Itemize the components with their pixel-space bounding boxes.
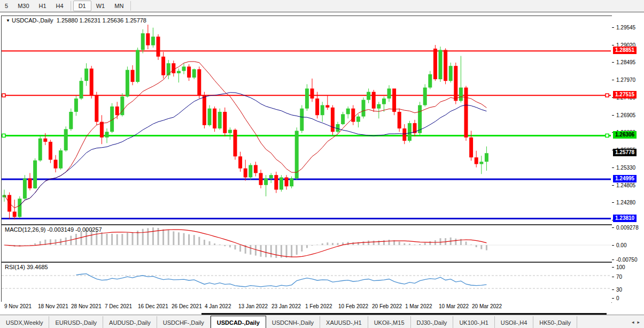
macd-signal-value: -0.000257 — [75, 226, 102, 233]
ohlc-low: 1.25636 — [102, 17, 123, 24]
line-handle[interactable] — [2, 134, 5, 137]
ohlc-high: 1.26231 — [80, 17, 101, 24]
axis-tick — [612, 62, 614, 63]
price-tick-label: 1.27970 — [616, 77, 635, 83]
ma-slow-line — [20, 93, 487, 205]
tab-usdcad[interactable]: USDCAD-,Daily — [211, 316, 266, 328]
price-tick-label: 1.29545 — [616, 25, 635, 30]
tab-audusd[interactable]: AUDUSD-,Daily — [103, 316, 157, 328]
rsi-chart-canvas[interactable] — [2, 263, 611, 301]
tab-dj30[interactable]: DJ30-,Daily — [411, 316, 454, 328]
axis-tick — [612, 185, 614, 186]
macd-panel[interactable]: MACD(12,26,9) -0.003149 -0.000257 — [1, 225, 612, 262]
toolbar-separator — [71, 1, 71, 11]
axis-tick — [612, 267, 614, 268]
price-tick-label: 1.25330 — [616, 165, 635, 171]
date-axis: 9 Nov 202118 Nov 202128 Nov 20217 Dec 20… — [1, 302, 611, 312]
axis-tick — [612, 298, 614, 299]
axis-tick — [612, 260, 614, 260]
line-handle[interactable] — [606, 134, 609, 137]
date-tick-label: 13 Jan 2022 — [238, 303, 268, 309]
macd-tick-label: 0.009278 — [616, 225, 639, 231]
symbol-period-label: USDCAD-,Daily — [12, 17, 53, 24]
price-badge: 1.24995 — [613, 175, 637, 182]
tab-usoil[interactable]: USOil-,H4 — [495, 316, 534, 328]
axis-tick — [612, 289, 614, 290]
rsi-value: 39.4685 — [27, 264, 48, 270]
timeframe-button-mn[interactable]: MN — [110, 0, 128, 12]
date-tick-label: 1 Feb 2022 — [305, 303, 332, 309]
axis-tick — [612, 245, 614, 246]
price-badge: 1.23810 — [613, 215, 637, 222]
main-price-panel[interactable]: ▼ USDCAD-,Daily 1.25880 1.26231 1.25636 … — [1, 16, 612, 225]
timeframe-toolbar: 5M30H1H4D1W1MN — [0, 0, 644, 12]
tab-usdchf[interactable]: USDCHF-,Daily — [157, 316, 211, 328]
rsi-tick-label: 70 — [616, 274, 622, 280]
price-tick-label: 1.28495 — [616, 59, 635, 65]
axis-tick — [612, 202, 614, 203]
ma-fast-line — [4, 62, 486, 208]
axis-tick — [612, 167, 614, 168]
rsi-panel[interactable]: RSI(14) 39.4685 — [1, 262, 612, 303]
timeframe-button-h1[interactable]: H1 — [34, 0, 51, 12]
date-tick-label: 9 Nov 2021 — [4, 303, 32, 309]
symbol-tab-bar: USDX,WeeklyEURUSD-,DailyAUDUSD-,DailyUSD… — [0, 315, 644, 328]
date-tick-label: 28 Nov 2021 — [71, 303, 102, 309]
axis-tick — [612, 277, 614, 277]
date-tick-label: 16 Dec 2021 — [138, 303, 168, 309]
price-tick-label: 1.24280 — [616, 200, 635, 205]
tab-hk50[interactable]: HK50-,Daily — [533, 316, 577, 328]
tab-eurusd[interactable]: EURUSD-,Daily — [49, 316, 103, 328]
timeframe-button-h4[interactable]: H4 — [51, 0, 68, 12]
tab-xauusd[interactable]: XAUUSD-,H1 — [320, 316, 368, 328]
chart-dropdown-icon[interactable]: ▼ — [6, 18, 10, 23]
macd-tick-label: 0.00 — [616, 242, 626, 248]
rsi-tick-label: 100 — [616, 264, 625, 270]
timeframe-button-d1[interactable]: D1 — [73, 1, 91, 11]
price-tick-label: 1.26905 — [616, 112, 635, 118]
date-tick-label: 10 Feb 2022 — [338, 303, 368, 309]
price-badge: 1.28851 — [613, 47, 637, 54]
price-badge: 1.27515 — [613, 91, 637, 98]
chart-window: ▼ USDCAD-,Daily 1.25880 1.26231 1.25636 … — [0, 12, 644, 315]
price-badge: 1.26306 — [613, 131, 637, 139]
toolbar-separator — [130, 1, 131, 11]
macd-tick-label: -0.00750 — [616, 257, 637, 263]
axis-tick — [612, 115, 614, 116]
date-tick-label: 7 Dec 2021 — [105, 303, 132, 309]
price-axis[interactable]: 1.295451.290201.284951.279701.274301.269… — [612, 12, 644, 315]
price-tick-label: 1.24805 — [616, 182, 635, 188]
timeframe-button-5[interactable]: 5 — [0, 0, 13, 12]
tab-usdcnh[interactable]: USDCNH-,Daily — [266, 316, 320, 328]
macd-main-value: -0.003149 — [47, 226, 74, 233]
line-handle[interactable] — [606, 94, 609, 97]
macd-label: MACD(12,26,9) -0.003149 -0.000257 — [5, 226, 102, 233]
axis-tick — [612, 45, 614, 45]
date-tick-label: 23 Jan 2022 — [271, 303, 301, 309]
axis-tick — [612, 227, 614, 228]
timeframe-button-m30[interactable]: M30 — [13, 0, 34, 12]
date-tick-label: 10 Mar 2022 — [439, 303, 469, 309]
date-tick-label: 1 Mar 2022 — [405, 303, 432, 309]
ohlc-open: 1.25880 — [57, 17, 78, 24]
ohlc-close: 1.25778 — [125, 17, 146, 24]
tab-scroll-left-icon[interactable]: ◂ — [630, 319, 636, 325]
tab-usdx[interactable]: USDX,Weekly — [0, 316, 49, 328]
candlestick-chart-canvas[interactable] — [2, 16, 611, 223]
rsi-tick-label: 0 — [616, 295, 619, 301]
date-tick-label: 20 Mar 2022 — [472, 303, 502, 309]
price-badge: 1.25778 — [613, 149, 637, 156]
timeframe-button-w1[interactable]: W1 — [91, 0, 110, 12]
rsi-label: RSI(14) 39.4685 — [5, 264, 48, 270]
date-tick-label: 26 Dec 2021 — [172, 303, 202, 309]
axis-tick — [612, 27, 614, 28]
tab-uk100[interactable]: UK100-,H1 — [453, 316, 494, 328]
date-tick-label: 20 Feb 2022 — [372, 303, 402, 309]
axis-tick — [612, 80, 614, 80]
chart-title: ▼ USDCAD-,Daily 1.25880 1.26231 1.25636 … — [6, 17, 146, 24]
line-handle[interactable] — [2, 94, 5, 97]
tab-scroll-right-icon[interactable]: ▸ — [635, 319, 641, 325]
date-tick-label: 18 Nov 2021 — [38, 303, 68, 309]
rsi-tick-label: 30 — [616, 287, 622, 293]
tab-ukoil[interactable]: UKOil-,M15 — [368, 316, 411, 328]
